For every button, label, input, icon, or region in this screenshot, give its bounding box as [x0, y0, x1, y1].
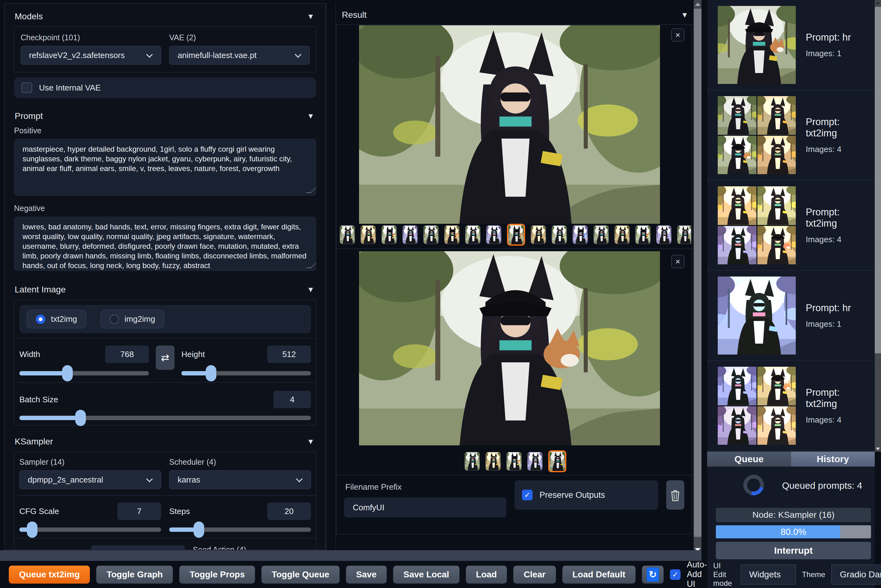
interrupt-button[interactable]: Interrupt — [716, 542, 871, 559]
toggle-queue-button[interactable]: Toggle Queue — [261, 566, 340, 584]
gallery-thumbnail[interactable] — [656, 225, 671, 244]
preserve-outputs-checkbox[interactable]: ✓ — [522, 490, 533, 500]
use-internal-vae-row[interactable]: Use Internal VAE — [14, 77, 316, 98]
radio-img2img[interactable]: img2img — [101, 310, 164, 328]
height-slider-knob[interactable] — [206, 365, 216, 381]
collapse-icon[interactable]: ▼ — [307, 12, 314, 21]
batch-size-input[interactable]: 4 — [273, 391, 311, 408]
scheduler-dropdown[interactable]: karras — [169, 470, 311, 489]
width-slider[interactable] — [20, 371, 149, 375]
radio-selected-icon[interactable] — [36, 315, 45, 324]
batch-size-slider[interactable] — [20, 416, 311, 420]
vae-dropdown[interactable]: animefull-latest.vae.pt — [169, 46, 310, 64]
clear-button[interactable]: Clear — [513, 566, 556, 584]
gallery-thumbnail-selected[interactable] — [507, 224, 525, 246]
gallery-thumbnail[interactable] — [402, 225, 418, 244]
resize-grip-icon[interactable] — [306, 188, 316, 193]
cfg-input[interactable]: 7 — [117, 502, 161, 520]
history-card[interactable]: Prompt: txt2img Images: 4 — [707, 90, 875, 180]
batch-slider-knob[interactable] — [75, 410, 86, 426]
preserve-outputs-row[interactable]: ✓ Preserve Outputs — [515, 480, 658, 510]
history-card[interactable]: Prompt: hr Images: 1 — [707, 271, 875, 361]
gallery-thumbnail-selected[interactable] — [548, 450, 566, 472]
gallery-thumbnail[interactable] — [444, 225, 459, 244]
history-card[interactable]: Prompt: hr Images: 1 — [707, 0, 875, 90]
collapse-icon[interactable]: ▼ — [307, 112, 314, 120]
gallery-thumbnail[interactable] — [423, 225, 439, 244]
gallery-thumbnail[interactable] — [527, 452, 543, 471]
collapse-icon[interactable]: ▼ — [681, 10, 688, 20]
height-input[interactable]: 512 — [267, 345, 311, 363]
load-default-button[interactable]: Load Default — [562, 566, 636, 584]
gallery-thumbnail[interactable] — [360, 225, 376, 244]
gallery-thumbnail[interactable] — [573, 225, 588, 244]
gallery-thumbnail[interactable] — [614, 225, 630, 244]
toggle-props-button[interactable]: Toggle Props — [179, 566, 255, 584]
generated-image-1[interactable] — [359, 25, 660, 224]
scroll-up-icon[interactable] — [695, 3, 701, 6]
toggle-graph-button[interactable]: Toggle Graph — [96, 566, 173, 584]
gallery-thumbnail[interactable] — [340, 225, 355, 244]
filename-prefix-input[interactable]: ComfyUI — [344, 498, 506, 518]
close-image-button[interactable]: × — [671, 28, 684, 42]
width-slider-knob[interactable] — [62, 365, 73, 381]
width-input[interactable]: 768 — [105, 345, 149, 363]
close-image-button[interactable]: × — [671, 255, 684, 268]
history-card[interactable]: Prompt: txt2img Images: 4 — [707, 361, 875, 451]
result-section-header[interactable]: Result ▼ — [336, 3, 692, 23]
gallery-thumbnail[interactable] — [485, 452, 501, 471]
gallery-thumbnail[interactable] — [677, 225, 691, 244]
collapse-icon[interactable]: ▼ — [307, 437, 314, 446]
gallery-thumbnail[interactable] — [465, 225, 480, 244]
gallery-thumbnail[interactable] — [531, 225, 546, 244]
radio-unselected-icon[interactable] — [110, 315, 119, 324]
gallery-thumbnail[interactable] — [506, 452, 522, 471]
height-slider[interactable] — [182, 371, 311, 375]
gallery-thumbnail[interactable] — [381, 225, 397, 244]
checkpoint-dropdown[interactable]: refslaveV2_v2.safetensors — [21, 46, 161, 64]
gallery-thumbnail[interactable] — [593, 225, 609, 244]
tab-history[interactable]: History — [791, 452, 875, 466]
load-button[interactable]: Load — [466, 566, 507, 584]
auto-add-ui-checkbox[interactable]: ✓ — [670, 569, 681, 580]
resize-grip-icon[interactable] — [306, 263, 316, 268]
main-horizontal-scrollbar[interactable] — [0, 550, 701, 561]
theme-select[interactable]: Gradio Dark — [831, 565, 881, 585]
main-vertical-scrollbar[interactable] — [694, 0, 701, 561]
scrollbar-thumb[interactable] — [694, 9, 701, 537]
gallery-thumbnail[interactable] — [465, 452, 480, 471]
steps-slider-knob[interactable] — [194, 522, 204, 538]
save-local-button[interactable]: Save Local — [393, 566, 459, 584]
collapse-icon[interactable]: ▼ — [307, 285, 314, 294]
prompt-section-header[interactable]: Prompt ▼ — [14, 98, 316, 126]
ksampler-section-header[interactable]: KSampler ▼ — [14, 425, 316, 452]
widgets-select[interactable]: Widgets — [741, 565, 796, 585]
cfg-slider-knob[interactable] — [27, 522, 38, 538]
scrollbar-thumb[interactable] — [875, 7, 881, 353]
steps-input[interactable]: 20 — [267, 502, 311, 520]
scroll-up-icon[interactable] — [876, 1, 880, 4]
models-section-header[interactable]: Models ▼ — [14, 3, 316, 27]
latent-section-header[interactable]: Latent Image ▼ — [14, 271, 316, 300]
history-card[interactable]: Prompt: txt2img Images: 4 — [707, 180, 875, 271]
steps-slider[interactable] — [169, 528, 311, 532]
queue-txt2img-button[interactable]: Queue txt2img — [9, 566, 90, 584]
generated-image-2[interactable] — [359, 251, 660, 446]
negative-prompt-textarea[interactable]: lowres, bad anatomy, bad hands, text, er… — [14, 217, 316, 271]
swap-dimensions-button[interactable]: ⇄ — [156, 345, 174, 370]
save-button[interactable]: Save — [346, 566, 387, 584]
scroll-down-icon[interactable] — [876, 447, 880, 450]
gallery-thumbnail[interactable] — [635, 225, 651, 244]
gallery-thumbnail[interactable] — [486, 225, 501, 244]
seed-input[interactable]: 693741274019139 — [91, 545, 185, 550]
positive-prompt-textarea[interactable]: masterpiece, hyper detailed background, … — [14, 139, 316, 196]
sampler-dropdown[interactable]: dpmpp_2s_ancestral — [20, 470, 161, 489]
trash-button[interactable] — [666, 480, 684, 510]
history-scrollbar[interactable] — [875, 0, 881, 452]
tab-queue[interactable]: Queue — [707, 452, 791, 466]
refresh-button[interactable]: ↻ — [642, 566, 664, 584]
use-internal-vae-checkbox[interactable] — [21, 82, 32, 93]
cfg-slider[interactable] — [20, 528, 161, 532]
radio-txt2img[interactable]: txt2img — [27, 310, 86, 328]
gallery-thumbnail[interactable] — [552, 225, 567, 244]
